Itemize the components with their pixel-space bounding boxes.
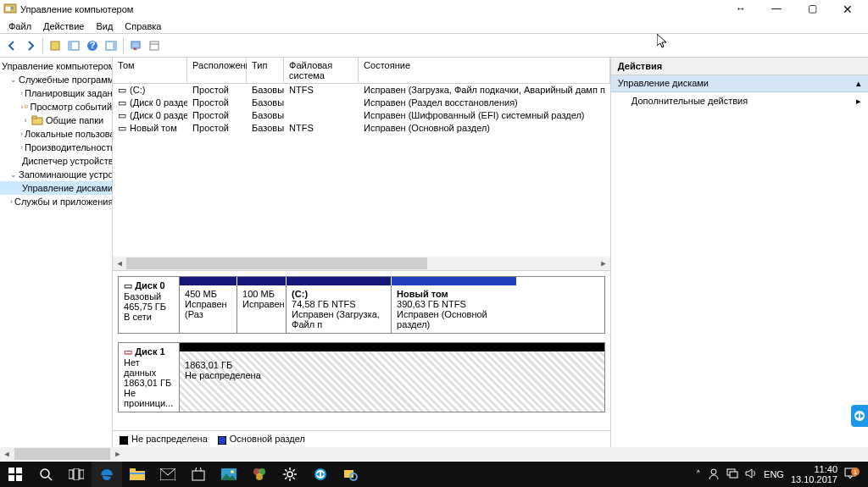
svg-rect-32 — [8, 475, 14, 481]
tray-network-icon[interactable] — [726, 468, 738, 480]
partition[interactable]: Новый том390,63 ГБ NTFSИсправен (Основно… — [392, 285, 517, 333]
col-layout[interactable]: Расположение — [187, 58, 247, 83]
navigation-tree[interactable]: Управление компьютером (л ⌄ Служебные пр… — [0, 58, 113, 447]
tray-people-icon[interactable] — [708, 468, 720, 481]
photos-icon[interactable] — [214, 462, 244, 487]
window-scrollbar[interactable]: ◄► — [0, 447, 868, 461]
svg-rect-41 — [130, 473, 145, 474]
menubar: Файл Действие Вид Справка — [0, 19, 868, 34]
svg-point-34 — [41, 469, 49, 478]
tree-disk-management[interactable]: Управление дисками — [0, 181, 112, 195]
window-title: Управление компьютером — [20, 4, 731, 14]
svg-line-35 — [48, 477, 52, 480]
collapse-icon[interactable]: ▴ — [856, 78, 861, 89]
actions-section[interactable]: Управление дисками ▴ — [611, 75, 868, 92]
svg-rect-6 — [69, 42, 72, 50]
settings-icon[interactable] — [275, 462, 305, 487]
col-fs[interactable]: Файловая система — [284, 58, 359, 83]
tray-clock[interactable]: 11:40 13.10.2017 — [791, 464, 837, 484]
volume-table-scrollbar[interactable]: ◄ ► — [113, 257, 610, 270]
menu-view[interactable]: Вид — [91, 19, 118, 33]
svg-rect-40 — [130, 468, 136, 472]
maximize-button[interactable]: ▢ — [802, 3, 822, 16]
tree-performance[interactable]: ›Производительность — [0, 141, 112, 154]
start-button[interactable] — [0, 462, 31, 487]
titlebar: Управление компьютером ↔ — ▢ ✕ — [0, 0, 868, 19]
tree-local-users[interactable]: ›Локальные пользова — [0, 127, 112, 141]
table-row[interactable]: ▭(Диск 0 раздел 2)ПростойБазовыйИсправен… — [113, 109, 610, 122]
legend-unallocated: Не распределена — [131, 434, 208, 444]
col-volume[interactable]: Том — [113, 58, 187, 83]
magnify-open-icon[interactable] — [336, 462, 366, 487]
svg-rect-30 — [8, 468, 14, 473]
svg-rect-10 — [113, 42, 116, 50]
edge-icon[interactable] — [92, 462, 122, 487]
svg-rect-38 — [80, 470, 84, 479]
tray-lang[interactable]: ENG — [764, 469, 784, 479]
help-button[interactable]: ? — [84, 37, 101, 54]
minimize-button[interactable]: — — [766, 3, 787, 16]
colorful-icon[interactable] — [244, 462, 275, 487]
disk-row[interactable]: ▭ Диск 1Нет данных1863,01 ГБНе проиници.… — [118, 342, 605, 412]
svg-rect-36 — [69, 470, 73, 479]
tray-volume-icon[interactable] — [745, 468, 757, 481]
action-pane-button[interactable] — [103, 37, 120, 54]
tree-device-manager[interactable]: Диспетчер устройств — [0, 154, 112, 168]
svg-text:?: ? — [90, 40, 96, 50]
tree-services[interactable]: ›Службы и приложения — [0, 195, 112, 208]
svg-rect-2 — [11, 7, 14, 8]
teamviewer-icon[interactable] — [305, 462, 336, 487]
table-row[interactable]: ▭Новый томПростойБазовыйNTFSИсправен (Ос… — [113, 122, 610, 135]
svg-rect-1 — [6, 7, 10, 11]
menu-help[interactable]: Справка — [120, 19, 166, 33]
tree-task-scheduler[interactable]: ›Планировщик заданий — [0, 86, 112, 100]
table-row[interactable]: ▭(C:)ПростойБазовыйNTFSИсправен (Загрузк… — [113, 84, 610, 97]
col-type[interactable]: Тип — [247, 58, 284, 83]
tree-shared-folders[interactable]: ›Общие папки — [0, 113, 112, 127]
task-view-icon[interactable] — [61, 462, 92, 487]
svg-point-45 — [231, 470, 234, 473]
table-row[interactable]: ▭(Диск 0 раздел 1)ПростойБазовыйИсправен… — [113, 97, 610, 109]
disk-row[interactable]: ▭ Диск 0Базовый465,75 ГБВ сети450 МБИспр… — [118, 276, 605, 334]
forward-button[interactable] — [22, 37, 39, 54]
tray-notifications-icon[interactable]: 1 — [844, 468, 865, 482]
svg-point-48 — [256, 473, 263, 480]
svg-rect-39 — [130, 471, 145, 480]
actions-pane: Действия Управление дисками ▴ Дополнител… — [611, 58, 868, 447]
menu-file[interactable]: Файл — [3, 19, 36, 33]
back-button[interactable] — [3, 37, 20, 54]
toolbar: ? — [0, 34, 868, 58]
app-icon — [3, 3, 17, 16]
col-status[interactable]: Состояние — [359, 58, 610, 83]
svg-rect-3 — [11, 8, 14, 9]
partition[interactable]: 100 МБИсправен — [237, 285, 287, 333]
store-icon[interactable] — [183, 462, 214, 487]
legend: Не распределена Основной раздел — [113, 430, 610, 447]
svg-rect-4 — [51, 42, 59, 50]
tree-storage[interactable]: ⌄Запоминающие устройст — [0, 168, 112, 181]
explorer-icon[interactable] — [122, 462, 153, 487]
taskbar[interactable]: ˄ ENG 11:40 13.10.2017 1 — [0, 462, 868, 487]
svg-rect-16 — [25, 105, 27, 108]
tray-chevron-icon[interactable]: ˄ — [696, 469, 701, 480]
properties-button[interactable] — [47, 37, 64, 54]
partition[interactable]: 450 МБИсправен (Раз — [180, 285, 237, 333]
tree-root[interactable]: Управление компьютером (л — [0, 59, 112, 73]
tree-event-viewer[interactable]: ›Просмотр событий — [0, 100, 112, 113]
settings-button[interactable] — [146, 37, 163, 54]
mail-icon[interactable] — [153, 462, 183, 487]
double-arrow-icon[interactable]: ↔ — [731, 3, 751, 16]
svg-rect-11 — [131, 42, 140, 48]
legend-primary: Основной раздел — [230, 434, 305, 444]
teamviewer-tab[interactable] — [851, 405, 868, 427]
partition[interactable]: (C:)74,58 ГБ NTFSИсправен (Загрузка, Фай… — [287, 285, 392, 333]
search-icon[interactable] — [31, 462, 61, 487]
show-hide-tree-button[interactable] — [65, 37, 82, 54]
menu-action[interactable]: Действие — [38, 19, 89, 33]
svg-rect-37 — [74, 468, 79, 480]
refresh-button[interactable] — [127, 37, 144, 54]
tree-system-tools[interactable]: ⌄ Служебные программы — [0, 73, 112, 86]
close-button[interactable]: ✕ — [837, 3, 858, 16]
unallocated-space[interactable]: 1863,01 ГБНе распределена — [180, 351, 604, 412]
actions-more[interactable]: Дополнительные действия ▸ — [611, 92, 868, 110]
